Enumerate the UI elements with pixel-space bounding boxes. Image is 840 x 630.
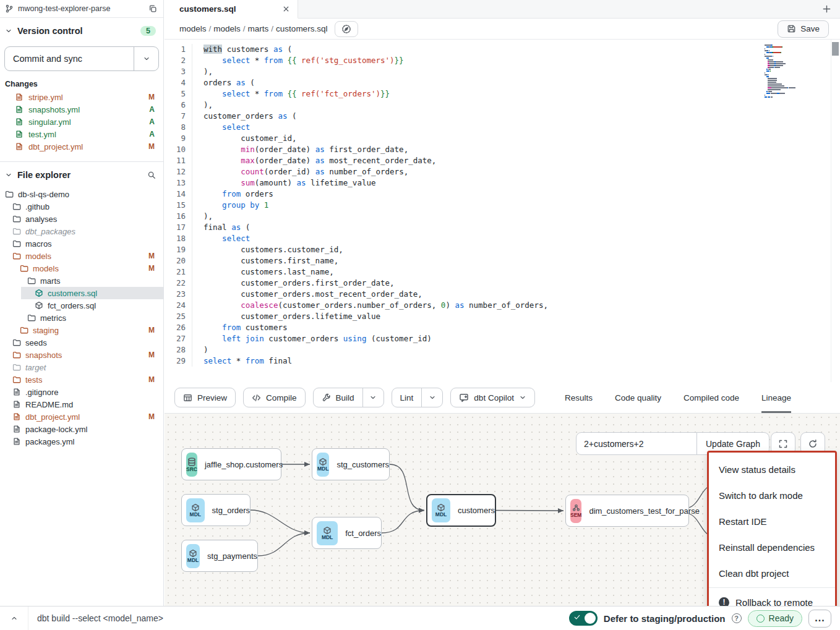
save-button[interactable]: Save (778, 20, 829, 38)
code-line[interactable]: 2 select * from {{ ref('stg_customers')}… (165, 55, 840, 66)
compile-button[interactable]: Compile (243, 388, 306, 407)
tree-item-target[interactable]: target (0, 361, 163, 373)
new-tab-button[interactable] (813, 0, 840, 18)
code-line[interactable]: 6), (165, 100, 840, 111)
tree-item-seeds[interactable]: seeds (0, 336, 163, 349)
copy-icon[interactable] (148, 4, 157, 13)
tree-item-macros[interactable]: macros (0, 237, 163, 250)
code-line[interactable]: 17final as ( (165, 222, 840, 233)
commit-options-caret[interactable] (134, 47, 158, 70)
lineage-node-dim_customers_test_for_parse[interactable]: SEM dim_customers_test_for_parse (565, 495, 689, 527)
tree-item-tests[interactable]: testsM (0, 373, 163, 386)
code-line[interactable]: 20 customers.first_name, (165, 255, 840, 266)
code-line[interactable]: 9 customer_id, (165, 133, 840, 144)
chevron-down-icon[interactable] (5, 27, 12, 35)
code-line[interactable]: 19 customers.customer_id, (165, 244, 840, 255)
change-item-test.yml[interactable]: test.yml A (0, 128, 163, 140)
code-line[interactable]: 14 from orders (165, 189, 840, 200)
close-icon[interactable] (282, 5, 290, 13)
tab-lineage[interactable]: Lineage (761, 382, 791, 413)
code-line[interactable]: 10 min(order_date) as first_order_date, (165, 144, 840, 155)
breadcrumb-part-models[interactable]: models (179, 24, 207, 33)
code-line[interactable]: 8 select (165, 122, 840, 133)
lint-options-caret[interactable] (421, 388, 442, 407)
open-lineage-button[interactable] (335, 21, 358, 37)
commit-and-sync-label[interactable]: Commit and sync (5, 47, 134, 70)
tree-item-README.md[interactable]: README.md (0, 398, 163, 411)
defer-toggle[interactable] (569, 611, 598, 626)
file-explorer-header[interactable]: File explorer (0, 166, 163, 184)
breadcrumb-part-marts[interactable]: marts (248, 24, 269, 33)
code-line[interactable]: 22 customer_orders.first_order_date, (165, 278, 840, 289)
lineage-node-fct_orders[interactable]: MDL fct_orders (312, 517, 382, 549)
code-line[interactable]: 3), (165, 66, 840, 77)
menu-item-clean-dbt-project[interactable]: Clean dbt project (709, 560, 835, 586)
code-line[interactable]: 11 max(order_date) as most_recent_order_… (165, 155, 840, 166)
tree-item-dbt_project.yml[interactable]: dbt_project.ymlM (0, 411, 163, 423)
lineage-node-stg_customers[interactable]: MDL stg_customers (312, 448, 390, 480)
tree-item-marts[interactable]: marts (0, 275, 163, 287)
code-line[interactable]: 4orders as ( (165, 77, 840, 88)
menu-item-view-status-details[interactable]: View status details (709, 456, 835, 482)
code-line[interactable]: 29select * from final (165, 355, 840, 367)
preview-button[interactable]: Preview (174, 388, 236, 407)
menu-item-switch-to-dark-mode[interactable]: Switch to dark mode (709, 482, 835, 508)
version-control-header[interactable]: Version control 5 (0, 22, 163, 40)
code-line[interactable]: 16), (165, 211, 840, 222)
tab-results[interactable]: Results (565, 382, 593, 413)
menu-item-reinstall-dependencies[interactable]: Reinstall dependencies (709, 534, 835, 560)
breadcrumb-part-customers.sql[interactable]: customers.sql (276, 24, 327, 33)
code-line[interactable]: 15 group by 1 (165, 200, 840, 211)
code-line[interactable]: 1with customers as ( (165, 44, 840, 55)
code-line[interactable]: 25 customer_orders.lifetime_value (165, 311, 840, 322)
tree-item-packages.yml[interactable]: packages.yml (0, 435, 163, 448)
code-line[interactable]: 12 count(order_id) as number_of_orders, (165, 166, 840, 177)
lineage-search-input[interactable] (576, 432, 697, 455)
commit-and-sync-button[interactable]: Commit and sync (4, 46, 159, 71)
menu-item-rollback-to-remote[interactable]: ! Rollback to remote (709, 589, 835, 606)
build-options-caret[interactable] (362, 388, 384, 407)
tree-item-package-lock.yml[interactable]: package-lock.yml (0, 423, 163, 435)
code-line[interactable]: 7customer_orders as ( (165, 111, 840, 122)
code-editor[interactable]: 1with customers as (2 select * from {{ r… (165, 40, 840, 382)
more-options-button[interactable]: ... (808, 610, 831, 628)
menu-item-restart-ide[interactable]: Restart IDE (709, 508, 835, 534)
collapse-panel-button[interactable] (0, 607, 28, 630)
code-line[interactable]: 23 customer_orders.most_recent_order_dat… (165, 289, 840, 300)
code-line[interactable]: 5 select * from {{ ref('fct_orders')}} (165, 88, 840, 100)
breadcrumb-part-models[interactable]: models (213, 24, 241, 33)
change-item-stripe.yml[interactable]: stripe.yml M (0, 91, 163, 103)
tree-item-snapshots[interactable]: snapshotsM (0, 349, 163, 361)
tree-item-analyses[interactable]: analyses (0, 213, 163, 225)
help-icon[interactable]: ? (732, 613, 742, 623)
tree-item-models[interactable]: modelsM (0, 262, 163, 275)
dbt-copilot-button[interactable]: dbt Copilot (450, 388, 535, 407)
tab-code-quality[interactable]: Code quality (615, 382, 661, 413)
code-line[interactable]: 21 customers.last_name, (165, 266, 840, 278)
change-item-snapshots.yml[interactable]: snapshots.yml A (0, 103, 163, 116)
tree-item-staging[interactable]: stagingM (0, 324, 163, 336)
lineage-node-stg_orders[interactable]: MDL stg_orders (181, 494, 251, 526)
change-item-singular.yml[interactable]: singular.yml A (0, 116, 163, 128)
code-line[interactable]: 26 from customers (165, 322, 840, 333)
tree-item-dbt_packages[interactable]: dbt_packages (0, 225, 163, 237)
search-icon[interactable] (147, 171, 156, 179)
tree-item-.github[interactable]: .github (0, 200, 163, 213)
build-button[interactable]: Build (314, 388, 362, 407)
chevron-down-icon[interactable] (5, 171, 12, 179)
lineage-node-stg_payments[interactable]: MDL stg_payments (181, 540, 258, 572)
code-line[interactable]: 27 left join customer_orders using (cust… (165, 333, 840, 344)
tree-item-models[interactable]: modelsM (0, 250, 163, 262)
tab-compiled-code[interactable]: Compiled code (684, 382, 739, 413)
code-line[interactable]: 18 select (165, 233, 840, 244)
change-item-dbt_project.yml[interactable]: dbt_project.yml M (0, 140, 163, 153)
tree-item-.gitignore[interactable]: .gitignore (0, 386, 163, 398)
tree-item-metrics[interactable]: metrics (0, 312, 163, 324)
code-line[interactable]: 28) (165, 344, 840, 355)
lineage-node-jaffle_shop.customers[interactable]: SRC jaffle_shop.customers (181, 448, 281, 480)
lint-button[interactable]: Lint (392, 388, 422, 407)
code-line[interactable]: 13 sum(amount) as lifetime_value (165, 177, 840, 189)
code-line[interactable]: 24 coalesce(customer_orders.number_of_or… (165, 300, 840, 311)
tree-item-db-sl-qs-demo[interactable]: db-sl-qs-demo (0, 188, 163, 200)
editor-scrollbar[interactable] (831, 40, 840, 382)
